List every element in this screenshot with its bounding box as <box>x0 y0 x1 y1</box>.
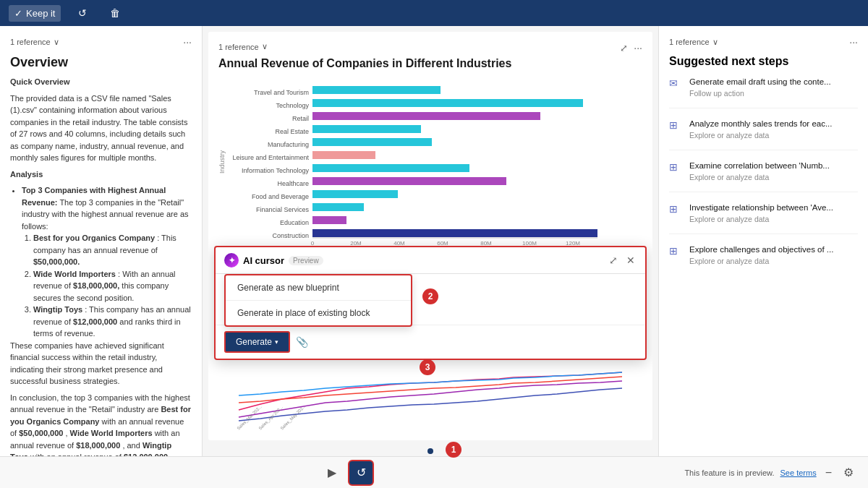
suggestions-list: ✉Generate email draft using the conte...… <box>669 77 858 275</box>
conclusion1: These companies have achieved significan… <box>10 340 192 388</box>
svg-text:Information Technology: Information Technology <box>242 167 309 174</box>
badge-3-container: 3 <box>420 359 435 375</box>
suggestion-text: Examine correlation between 'Numb...Expl… <box>689 160 830 181</box>
email-icon: ✉ <box>669 77 682 90</box>
refresh-button[interactable]: ↺ <box>72 4 93 22</box>
conclusion2: In conclusion, the top 3 companies with … <box>10 392 192 457</box>
generate-new-blueprint-item[interactable]: Generate as new blueprint <box>226 275 411 300</box>
svg-text:Manufacturing: Manufacturing <box>268 141 309 148</box>
checkmark-icon: ✓ <box>14 8 22 19</box>
chart-icon: ⊞ <box>669 245 682 258</box>
chart-expand-button[interactable]: ⤢ <box>620 42 628 53</box>
company2-name: Wide World Importers <box>33 270 116 278</box>
suggestion-item-0[interactable]: ✉Generate email draft using the conte...… <box>669 77 858 108</box>
ai-spark-icon: ✦ <box>224 253 239 267</box>
svg-rect-6 <box>312 112 540 120</box>
company2-revenue: $18,000,000, <box>73 281 119 290</box>
settings-button[interactable]: ⚙ <box>841 463 856 482</box>
company3-name: Wingtip Toys <box>33 305 82 314</box>
svg-text:80M: 80M <box>480 240 492 245</box>
svg-text:Travel and Tourism: Travel and Tourism <box>254 89 309 96</box>
svg-text:40M: 40M <box>393 240 405 245</box>
chart-icon: ⊞ <box>669 203 682 216</box>
badge-2: 2 <box>422 288 438 304</box>
ai-cursor-button[interactable]: ↺ <box>348 460 374 486</box>
pagination-area <box>203 446 658 456</box>
svg-text:Retail: Retail <box>292 115 309 122</box>
svg-rect-16 <box>312 177 506 185</box>
svg-rect-20 <box>312 203 364 211</box>
suggestion-text: Investigate relationship between 'Ave...… <box>689 202 833 223</box>
suggestion-text: Generate email draft using the conte...F… <box>689 77 831 98</box>
svg-text:Construction: Construction <box>272 232 309 239</box>
bottom-center: ▶ ↺ 1 <box>322 460 374 486</box>
suggestion-item-2[interactable]: ⊞Examine correlation between 'Numb...Exp… <box>669 160 858 192</box>
generate-button[interactable]: Generate ▾ <box>224 331 290 353</box>
svg-text:Education: Education <box>280 219 309 226</box>
attachment-button[interactable]: 📎 <box>296 336 308 348</box>
chart-more-button[interactable]: ··· <box>634 42 642 53</box>
generate-dropdown: Generate as new blueprint Generate in pl… <box>224 274 412 327</box>
svg-rect-10 <box>312 138 432 146</box>
chart-panel: 1 reference ∨ ⤢ ··· Annual Revenue of Co… <box>208 32 652 265</box>
chart-reference: 1 reference ∨ ⤢ ··· <box>218 42 642 51</box>
svg-rect-22 <box>312 216 346 224</box>
suggestion-item-1[interactable]: ⊞Analyze monthly sales trends for eac...… <box>669 119 858 150</box>
svg-text:Healthcare: Healthcare <box>277 180 309 187</box>
suggestion-title: Examine correlation between 'Numb... <box>689 160 830 171</box>
badge-3: 3 <box>420 359 435 375</box>
svg-text:20M: 20M <box>350 240 362 245</box>
svg-text:Food and Beverage: Food and Beverage <box>252 193 309 200</box>
right-panel-reference: 1 reference ∨ ··· <box>669 36 858 48</box>
suggestion-title: Explore challenges and objectives of ... <box>689 244 833 255</box>
right-panel: 1 reference ∨ ··· Suggested next steps ✉… <box>658 26 868 456</box>
company3-revenue: $12,000,000 <box>73 317 117 326</box>
svg-text:60M: 60M <box>437 240 448 245</box>
generate-dropdown-chevron: ▾ <box>275 338 278 346</box>
ai-dialog-actions: ⤢ ✕ <box>608 253 637 267</box>
chart-icon: ⊞ <box>669 119 682 132</box>
chart-ref-chevron: ∨ <box>262 42 268 51</box>
suggestion-subtitle: Explore or analyze data <box>689 215 833 223</box>
suggestion-title: Investigate relationship between 'Ave... <box>689 202 833 213</box>
generate-in-place-item[interactable]: Generate in place of existing block <box>226 300 411 325</box>
left-panel: 1 reference ∨ ··· Overview Quick Overvie… <box>0 26 203 456</box>
suggestion-item-4[interactable]: ⊞Explore challenges and objectives of ..… <box>669 244 858 275</box>
suggestion-subtitle: Follow up action <box>689 89 831 98</box>
suggestion-subtitle: Explore or analyze data <box>689 131 833 140</box>
chevron-down-icon: ∨ <box>54 38 59 47</box>
company1-revenue: $50,000,000. <box>33 257 80 266</box>
ai-dialog-title: ✦ AI cursor Preview <box>224 253 323 267</box>
svg-text:Real Estate: Real Estate <box>275 128 309 135</box>
ai-close-button[interactable]: ✕ <box>625 253 637 267</box>
feature-preview-text: This feature is in preview. <box>684 468 774 477</box>
left-panel-more-button[interactable]: ··· <box>183 36 192 48</box>
left-panel-reference: 1 reference ∨ ··· <box>10 36 192 48</box>
right-panel-more-button[interactable]: ··· <box>849 36 858 48</box>
delete-button[interactable]: 🗑 <box>104 4 126 22</box>
zoom-out-button[interactable]: − <box>822 463 835 482</box>
see-terms-link[interactable]: See terms <box>780 468 817 477</box>
ai-expand-button[interactable]: ⤢ <box>608 253 619 267</box>
suggestion-title: Generate email draft using the conte... <box>689 77 831 87</box>
suggestion-item-3[interactable]: ⊞Investigate relationship between 'Ave..… <box>669 202 858 234</box>
svg-rect-14 <box>312 164 469 172</box>
trash-icon: 🗑 <box>110 7 120 19</box>
refresh-icon: ↺ <box>78 7 87 19</box>
svg-rect-12 <box>312 151 375 159</box>
ai-footer: Generate ▾ 📎 Generate as new blueprint G… <box>216 325 645 359</box>
keep-it-button[interactable]: ✓ Keep it <box>9 5 61 22</box>
badge-2-container: 2 <box>422 288 438 304</box>
svg-rect-18 <box>312 190 398 198</box>
play-button[interactable]: ▶ <box>322 463 342 483</box>
badge-1: 1 <box>446 442 461 458</box>
toolbar: ✓ Keep it ↺ 🗑 <box>0 0 868 26</box>
right-ref-chevron: ∨ <box>712 38 718 47</box>
suggestion-title: Analyze monthly sales trends for eac... <box>689 119 833 129</box>
suggestion-text: Analyze monthly sales trends for eac...E… <box>689 119 833 140</box>
suggestion-text: Explore challenges and objectives of ...… <box>689 244 833 265</box>
svg-rect-4 <box>312 99 583 107</box>
svg-rect-2 <box>312 86 441 94</box>
svg-text:Financial Services: Financial Services <box>256 206 310 213</box>
svg-text:120M: 120M <box>566 240 580 245</box>
